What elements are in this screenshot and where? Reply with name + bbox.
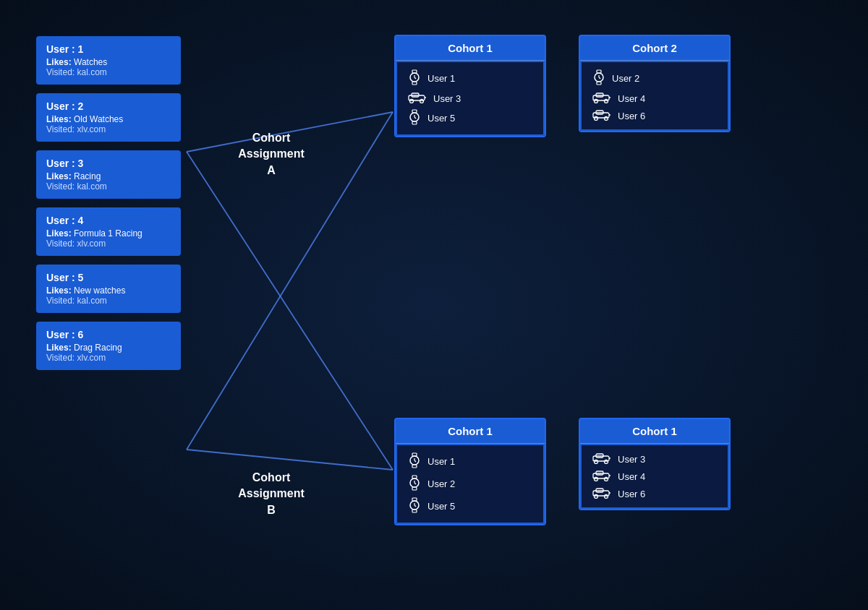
svg-line-3: [187, 450, 393, 470]
svg-line-38: [414, 460, 416, 462]
svg-line-18: [414, 117, 416, 119]
user-likes: Likes: Drag Racing: [46, 343, 171, 353]
assignment-a-label: CohortAssignmentA: [224, 130, 318, 179]
svg-rect-40: [412, 476, 417, 478]
user-visited: Visited: kal.com: [46, 181, 171, 192]
svg-rect-35: [412, 453, 417, 456]
cohort-user-name: User 3: [618, 454, 645, 465]
svg-rect-20: [597, 70, 601, 73]
user-card-2: User : 2 Likes: Old Watches Visited: xlv…: [36, 93, 181, 142]
svg-point-56: [595, 478, 598, 481]
cohort-user-row: User 3: [592, 452, 718, 465]
svg-point-32: [605, 117, 608, 121]
svg-line-8: [414, 77, 416, 79]
svg-point-57: [605, 478, 608, 481]
cohort-user-name: User 5: [427, 501, 455, 512]
svg-line-48: [414, 505, 416, 507]
cohort-user-row: User 3: [407, 92, 533, 105]
assignment-b-label: CohortAssignmentB: [224, 470, 318, 518]
car-icon: [592, 109, 612, 122]
car-icon: [592, 452, 612, 465]
user-title: User : 6: [46, 329, 171, 340]
cohort-user-name: User 6: [618, 489, 645, 499]
watch-icon: [407, 109, 422, 127]
cohort-user-row: User 4: [592, 92, 718, 105]
cohort-title: Cohort 1: [580, 419, 729, 444]
cohort-user-row: User 6: [592, 109, 718, 122]
watch-icon: [407, 69, 422, 87]
cohort-user-row: User 5: [407, 497, 533, 515]
svg-point-12: [420, 100, 424, 103]
cohort-title: Cohort 1: [396, 36, 545, 61]
user-visited: Visited: xlv.com: [46, 124, 171, 134]
cohort-user-name: User 5: [427, 113, 455, 124]
user-likes: Likes: Formula 1 Racing: [46, 228, 171, 239]
cohort-user-row: User 4: [592, 470, 718, 483]
svg-line-1: [187, 152, 393, 470]
cohort-title: Cohort 2: [580, 36, 729, 61]
svg-line-43: [414, 483, 416, 484]
user-title: User : 3: [46, 158, 171, 169]
svg-rect-21: [597, 82, 601, 85]
user-title: User : 1: [46, 43, 171, 55]
svg-rect-5: [412, 70, 417, 73]
user-card-6: User : 6 Likes: Drag Racing Visited: xlv…: [36, 322, 181, 370]
cohort-user-name: User 4: [618, 93, 645, 104]
cohort-body: User 1 User 2 User 5: [396, 444, 545, 524]
svg-rect-41: [412, 487, 417, 490]
cohort-body: User 1 User 3 User 5: [396, 61, 545, 136]
user-card-3: User : 3 Likes: Racing Visited: kal.com: [36, 150, 181, 199]
svg-point-51: [595, 460, 598, 464]
user-visited: Visited: xlv.com: [46, 353, 171, 363]
car-icon: [407, 92, 427, 105]
user-likes: Likes: Racing: [46, 171, 171, 181]
cohort-user-name: User 2: [612, 73, 639, 84]
user-likes: Likes: Watches: [46, 57, 171, 67]
watch-icon: [407, 497, 422, 515]
car-icon: [592, 487, 612, 500]
cohort-user-row: User 5: [407, 109, 533, 127]
user-cards-list: User : 1 Likes: Watches Visited: kal.com…: [36, 36, 181, 370]
bottom-cohort-box-1: Cohort 1 User 1 User 2: [394, 418, 546, 525]
watch-icon: [407, 452, 422, 471]
user-visited: Visited: kal.com: [46, 296, 171, 306]
svg-point-27: [605, 100, 608, 103]
user-likes: Likes: Old Watches: [46, 114, 171, 124]
cohort-user-name: User 1: [427, 456, 455, 467]
car-icon: [592, 470, 612, 483]
cohort-user-name: User 6: [618, 111, 645, 121]
cohort-user-name: User 2: [427, 478, 455, 489]
user-card-5: User : 5 Likes: New watches Visited: kal…: [36, 265, 181, 313]
cohort-body: User 2 User 4 User 6: [580, 61, 729, 131]
user-visited: Visited: kal.com: [46, 67, 171, 77]
cohort-user-name: User 3: [433, 93, 461, 104]
svg-point-26: [595, 100, 598, 103]
user-visited: Visited: xlv.com: [46, 239, 171, 249]
svg-point-11: [410, 100, 414, 103]
top-cohort-box-2: Cohort 2 User 2 User 4: [579, 35, 731, 132]
svg-rect-36: [412, 465, 417, 468]
user-card-4: User : 4 Likes: Formula 1 Racing Visited…: [36, 207, 181, 256]
watch-icon: [592, 69, 606, 87]
user-title: User : 4: [46, 215, 171, 226]
cohort-user-row: User 6: [592, 487, 718, 500]
cohort-user-row: User 2: [407, 475, 533, 493]
cohort-body: User 3 User 4 User 6: [580, 444, 729, 509]
user-card-1: User : 1 Likes: Watches Visited: kal.com: [36, 36, 181, 85]
cohort-user-name: User 4: [618, 471, 645, 482]
svg-point-31: [595, 117, 598, 121]
cohort-user-name: User 1: [427, 73, 455, 84]
user-title: User : 5: [46, 272, 171, 283]
svg-rect-6: [412, 82, 417, 85]
car-icon: [592, 92, 612, 105]
user-title: User : 2: [46, 100, 171, 112]
svg-rect-45: [412, 498, 417, 501]
bottom-cohort-box-2: Cohort 1 User 3 User 4: [579, 418, 731, 510]
main-container: User : 1 Likes: Watches Visited: kal.com…: [0, 0, 868, 610]
svg-point-61: [595, 495, 598, 499]
svg-line-23: [599, 77, 600, 79]
svg-rect-46: [412, 510, 417, 512]
svg-point-62: [605, 495, 608, 499]
svg-point-52: [605, 460, 608, 464]
top-cohort-box-1: Cohort 1 User 1 User 3: [394, 35, 546, 137]
